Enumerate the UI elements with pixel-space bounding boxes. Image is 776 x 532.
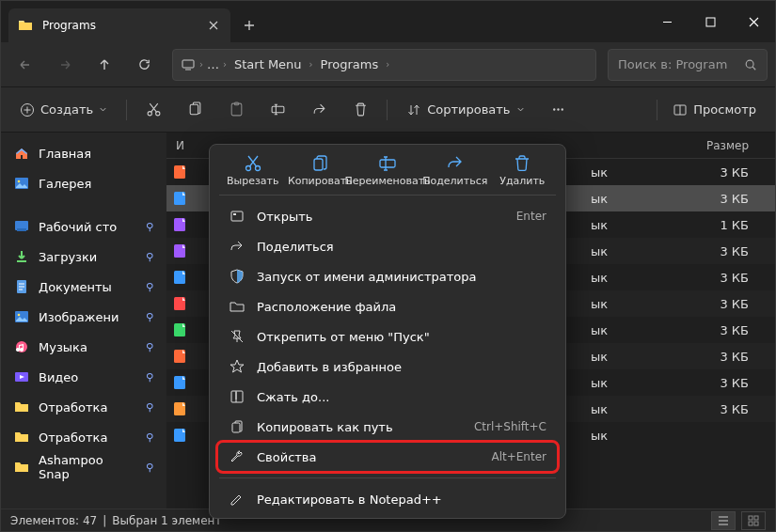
ctx-item[interactable]: Добавить в избранное — [217, 352, 558, 382]
close-button[interactable] — [732, 3, 775, 40]
svg-rect-35 — [754, 516, 758, 520]
rename-icon — [270, 102, 286, 117]
tab-programs[interactable]: Programs — [8, 8, 230, 42]
share-button[interactable] — [300, 93, 338, 127]
copypath-icon — [229, 418, 245, 435]
cut-icon — [244, 154, 262, 173]
svg-point-39 — [255, 166, 260, 171]
ctx-action-copy[interactable]: Копировать — [287, 152, 355, 189]
ellipsis-crumb[interactable]: … — [207, 57, 219, 71]
pin-icon: ⚲ — [146, 401, 153, 414]
sidebar-item[interactable]: Загрузки⚲ — [1, 242, 166, 272]
pin-icon: ⚲ — [146, 311, 153, 323]
paste-button[interactable] — [217, 93, 255, 127]
new-tab-button[interactable] — [230, 8, 268, 42]
maximize-button[interactable] — [689, 3, 732, 40]
share-icon — [446, 154, 465, 173]
svg-point-38 — [245, 166, 250, 171]
cut-button[interactable] — [135, 93, 172, 127]
ctx-action-rename[interactable]: Переименовать — [354, 152, 421, 189]
wrench-icon — [229, 448, 245, 465]
sidebar-gallery[interactable]: Галерея — [1, 168, 166, 198]
svg-rect-42 — [231, 211, 243, 221]
ctx-item[interactable]: Копировать как путьCtrl+Shift+C — [217, 412, 558, 442]
svg-rect-9 — [272, 106, 284, 112]
gallery-icon — [14, 176, 29, 191]
search-input[interactable]: Поиск в: Program — [608, 49, 768, 81]
chevron-icon: › — [199, 59, 203, 70]
svg-point-20 — [18, 314, 21, 317]
sidebar-item[interactable]: Рабочий сто⚲ — [1, 211, 166, 242]
view-details-button[interactable] — [711, 511, 736, 530]
copy-button[interactable] — [176, 93, 214, 127]
sidebar-item-icon — [14, 430, 29, 445]
refresh-button[interactable] — [127, 48, 161, 82]
status-divider: | — [103, 514, 106, 527]
sidebar-item-icon — [14, 309, 29, 324]
ctx-item[interactable]: Сжать до... — [217, 382, 558, 412]
ctx-item[interactable]: Расположение файла — [217, 291, 558, 321]
ctx-item[interactable]: Поделиться — [217, 231, 558, 261]
forward-button[interactable] — [48, 48, 82, 82]
divider — [126, 100, 127, 120]
shortcut-label: Alt+Enter — [491, 450, 546, 463]
ctx-action-delete[interactable]: Удалить — [489, 152, 557, 189]
ctx-separator — [219, 477, 556, 478]
ctx-action-share[interactable]: Поделиться — [421, 152, 489, 189]
ctx-item[interactable]: СвойстваAlt+Enter — [217, 442, 558, 472]
ctx-item[interactable]: ОткрытьEnter — [217, 201, 558, 231]
delete-icon — [513, 154, 531, 173]
divider — [387, 100, 388, 120]
more-button[interactable] — [540, 93, 578, 127]
sort-button[interactable]: Сортировать — [395, 93, 535, 127]
svg-rect-45 — [232, 423, 240, 432]
up-button[interactable] — [87, 48, 121, 82]
view-button[interactable]: Просмотр — [661, 93, 768, 127]
address-bar[interactable]: › … › Start Menu › Programs › — [172, 49, 596, 81]
svg-rect-34 — [749, 516, 752, 520]
crumb-start-menu[interactable]: Start Menu — [230, 51, 306, 79]
sidebar-item[interactable]: Музыка⚲ — [1, 332, 166, 362]
copy-icon — [187, 102, 203, 117]
back-button[interactable] — [8, 48, 42, 82]
rename-button[interactable] — [259, 93, 296, 127]
sidebar-home[interactable]: Главная — [1, 138, 166, 168]
chevron-icon: › — [309, 59, 313, 70]
col-name[interactable]: И — [172, 139, 208, 152]
search-placeholder: Поиск в: Program — [618, 57, 736, 71]
pin-icon: ⚲ — [146, 281, 153, 293]
more-icon — [550, 102, 566, 117]
ctx-item[interactable]: Редактировать в Notepad++ — [217, 484, 558, 514]
create-button[interactable]: Создать — [8, 93, 119, 127]
file-icon — [172, 401, 187, 416]
sidebar-item[interactable]: Документы⚲ — [1, 272, 166, 302]
sidebar-item[interactable]: Ashampoo Snap⚲ — [1, 452, 166, 482]
pin-icon: ⚲ — [146, 341, 153, 353]
delete-button[interactable] — [341, 93, 379, 127]
ctx-action-row: ВырезатьКопироватьПереименоватьПоделитьс… — [214, 150, 562, 189]
monitor-icon — [181, 57, 196, 72]
svg-point-15 — [18, 180, 21, 183]
sidebar: Главная Галерея Рабочий сто⚲Загрузки⚲Док… — [1, 133, 166, 509]
ctx-action-cut[interactable]: Вырезать — [219, 152, 287, 189]
sidebar-item[interactable]: Изображени⚲ — [1, 302, 166, 332]
ctx-item[interactable]: Открепить от меню "Пуск" — [217, 321, 558, 352]
close-tab-icon[interactable] — [206, 18, 221, 33]
delete-icon — [353, 102, 369, 117]
sidebar-item[interactable]: Видео⚲ — [1, 362, 166, 392]
svg-point-10 — [553, 108, 555, 110]
col-size[interactable]: Размер — [694, 139, 769, 152]
pin-icon: ⚲ — [146, 462, 153, 474]
crumb-programs[interactable]: Programs — [317, 51, 383, 79]
sort-icon — [406, 102, 421, 117]
sidebar-item-icon — [14, 399, 29, 415]
sidebar-item[interactable]: Отработка⚲ — [1, 392, 166, 422]
minimize-button[interactable] — [645, 3, 689, 40]
ctx-item[interactable]: Запуск от имени администратора — [217, 261, 558, 291]
sidebar-item-icon — [14, 460, 29, 475]
sidebar-item[interactable]: Отработка⚲ — [1, 422, 166, 452]
file-icon — [172, 375, 187, 390]
svg-rect-41 — [380, 160, 395, 167]
share-icon — [311, 102, 327, 117]
view-icons-button[interactable] — [741, 511, 766, 530]
